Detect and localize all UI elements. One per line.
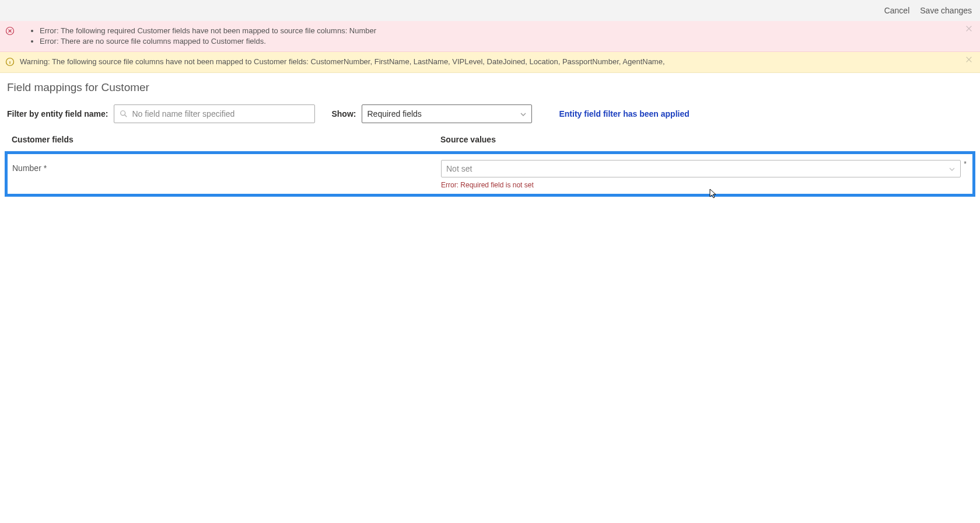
filter-label: Filter by entity field name:: [7, 109, 108, 118]
source-value-dropdown[interactable]: Not set: [441, 160, 961, 177]
error-item: Error: There are no source file columns …: [40, 36, 376, 47]
warning-banner: Warning: The following source file colum…: [0, 52, 980, 72]
svg-point-4: [121, 110, 125, 115]
show-dropdown-value: Required fields: [367, 109, 421, 118]
svg-line-5: [125, 114, 127, 117]
filter-input-wrap: [114, 104, 315, 123]
source-value-placeholder: Not set: [446, 164, 472, 173]
mapping-row-selected: Number * Not set * Error: Required field…: [5, 151, 975, 197]
source-values-header: Source values: [440, 135, 496, 144]
field-name-number: Number *: [12, 160, 441, 173]
field-error-text: Error: Required field is not set: [441, 181, 968, 189]
error-icon: [5, 26, 15, 36]
close-icon[interactable]: [965, 25, 974, 34]
save-changes-button[interactable]: Save changes: [920, 6, 972, 15]
top-action-bar: Cancel Save changes: [0, 0, 980, 21]
source-cell: Not set * Error: Required field is not s…: [441, 160, 968, 189]
error-list: Error: The following required Customer f…: [19, 26, 376, 47]
cancel-button[interactable]: Cancel: [884, 6, 910, 15]
chevron-down-icon: [520, 110, 527, 117]
error-item: Error: The following required Customer f…: [40, 26, 376, 36]
required-asterisk: *: [964, 160, 967, 168]
customer-fields-header: Customer fields: [12, 135, 440, 144]
show-dropdown[interactable]: Required fields: [362, 104, 532, 123]
show-label: Show:: [331, 109, 356, 118]
column-headers: Customer fields Source values: [7, 135, 973, 144]
chevron-down-icon: [949, 165, 956, 172]
page-title: Field mappings for Customer: [7, 81, 973, 94]
warning-text: Warning: The following source file colum…: [19, 57, 665, 67]
mapping-row[interactable]: Number * Not set * Error: Required field…: [8, 154, 972, 194]
filter-applied-message: Entity field filter has been applied: [559, 109, 689, 118]
info-icon: [5, 57, 15, 67]
filter-input[interactable]: [114, 104, 315, 123]
search-icon: [120, 110, 128, 118]
filter-row: Filter by entity field name: Show: Requi…: [7, 104, 973, 123]
error-banner: Error: The following required Customer f…: [0, 21, 980, 52]
main-content: Field mappings for Customer Filter by en…: [0, 73, 980, 197]
close-icon[interactable]: [965, 55, 974, 65]
